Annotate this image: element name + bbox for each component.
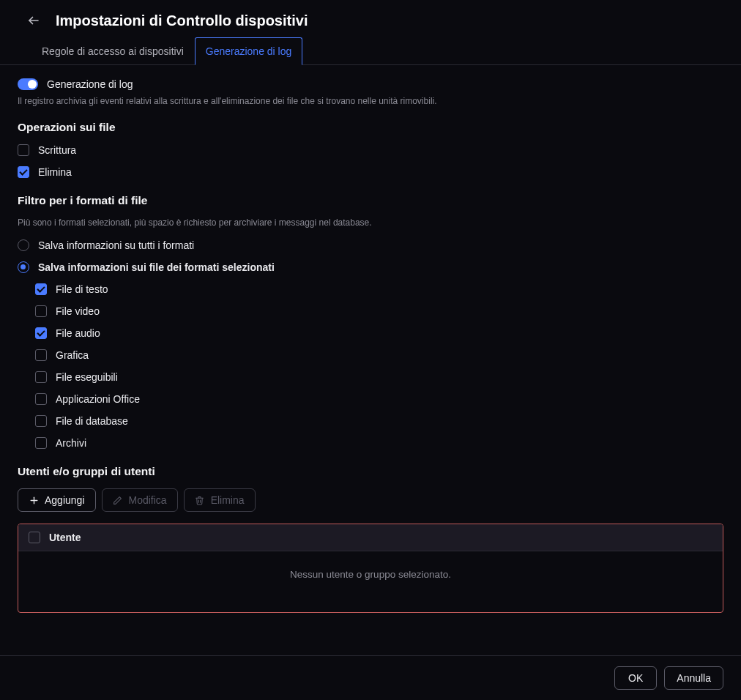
checkbox-delete[interactable]: Elimina [18,166,723,178]
radio-all-formats[interactable]: Salva informazioni su tutti i formati [18,239,723,251]
logging-toggle[interactable] [18,78,38,90]
checkbox-office[interactable]: Applicazioni Office [35,393,723,405]
checkbox-graphics[interactable]: Grafica [35,349,723,361]
select-all-users-checkbox[interactable] [29,532,40,543]
label-office: Applicazioni Office [56,393,140,405]
checkbox-icon [35,371,47,383]
logging-description: Il registro archivia gli eventi relativi… [18,96,723,106]
checkbox-icon [35,393,47,405]
users-title: Utenti e/o gruppi di utenti [18,465,723,478]
back-button[interactable] [25,12,42,29]
checkbox-video-files[interactable]: File video [35,305,723,317]
label-text-files: File di testo [56,283,108,295]
checkbox-icon [35,305,47,317]
checkbox-icon [35,349,47,361]
label-executables: File eseguibili [56,371,118,383]
arrow-left-icon [27,14,40,27]
checkbox-text-files[interactable]: File di testo [35,283,723,295]
checkbox-executables[interactable]: File eseguibili [35,371,723,383]
radio-selected-formats-label: Salva informazioni sui file dei formati … [38,261,275,273]
users-panel: Utente Nessun utente o gruppo selezionat… [18,524,723,613]
add-user-button[interactable]: Aggiungi [18,488,96,512]
checkbox-icon [35,415,47,427]
edit-user-button: Modifica [102,488,178,512]
edit-user-label: Modifica [129,494,167,506]
radio-all-formats-label: Salva informazioni su tutti i formati [38,239,194,251]
checkbox-audio-files[interactable]: File audio [35,327,723,339]
delete-user-button: Elimina [184,488,256,512]
label-video-files: File video [56,305,100,317]
checkbox-write[interactable]: Scrittura [18,144,723,156]
tab-access-rules[interactable]: Regole di accesso ai dispositivi [31,37,195,65]
cancel-button[interactable]: Annulla [664,666,723,690]
delete-user-label: Elimina [211,494,245,506]
pencil-icon [113,495,123,505]
checkbox-icon [18,144,29,156]
radio-icon [18,239,29,251]
checkbox-archives[interactable]: Archivi [35,437,723,449]
checkbox-icon [18,166,29,178]
label-database: File di database [56,415,128,427]
checkbox-database[interactable]: File di database [35,415,723,427]
add-user-label: Aggiungi [45,494,85,506]
trash-icon [195,495,205,505]
checkbox-delete-label: Elimina [38,166,72,178]
checkbox-write-label: Scrittura [38,144,76,156]
ok-button[interactable]: OK [614,666,657,690]
checkbox-icon [35,283,47,295]
label-audio-files: File audio [56,327,100,339]
label-graphics: Grafica [56,349,89,361]
checkbox-icon [35,327,47,339]
file-formats-subtext: Più sono i formati selezionati, più spaz… [18,217,723,228]
users-column-header: Utente [49,532,81,543]
users-empty-message: Nessun utente o gruppo selezionato. [18,551,723,612]
label-archives: Archivi [56,437,86,449]
file-ops-title: Operazioni sui file [18,121,723,134]
radio-selected-formats[interactable]: Salva informazioni sui file dei formati … [18,261,723,273]
file-formats-title: Filtro per i formati di file [18,194,723,207]
logging-toggle-label: Generazione di log [47,78,133,90]
tab-logging[interactable]: Generazione di log [195,37,303,65]
radio-icon [18,261,29,273]
page-title: Impostazioni di Controllo dispositivi [56,12,308,29]
plus-icon [29,495,39,505]
checkbox-icon [35,437,47,449]
